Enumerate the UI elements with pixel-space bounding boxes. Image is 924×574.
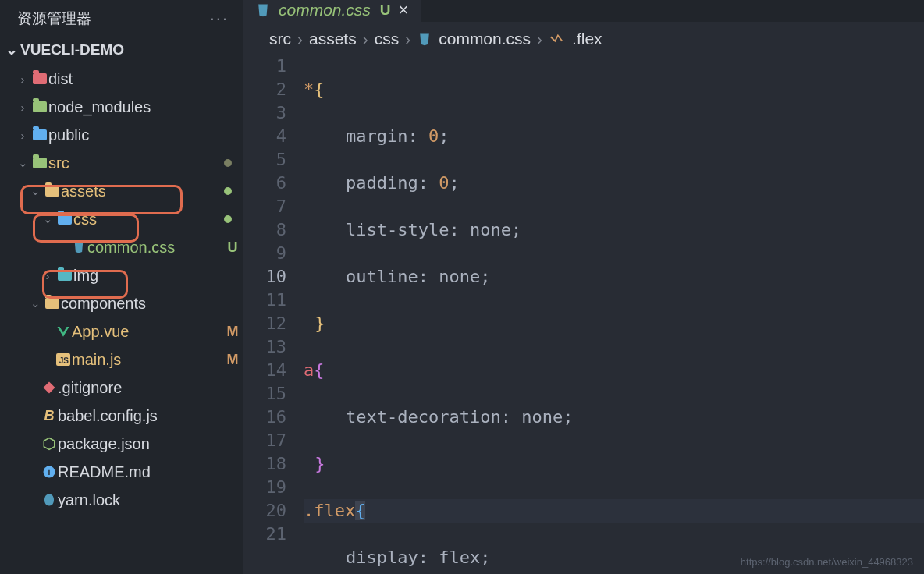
tree-item-components[interactable]: ⌄ components (0, 289, 243, 317)
breadcrumb-item[interactable]: css (375, 30, 400, 48)
folder-icon (31, 158, 48, 168)
chevron-right-icon: › (14, 129, 31, 142)
chevron-right-icon: › (39, 269, 56, 282)
tree-item-yarn-lock[interactable]: yarn.lock (0, 486, 243, 514)
file-tree: › dist › node_modules › public ⌄ src ⌄ a… (0, 63, 243, 574)
tree-item-src[interactable]: ⌄ src (0, 149, 243, 177)
breadcrumb-item[interactable]: assets (309, 30, 357, 48)
tree-item-common-css[interactable]: common.css U (0, 233, 243, 261)
breadcrumbs[interactable]: src › assets › css › common.css › .flex (243, 22, 924, 53)
breadcrumb-item[interactable]: .flex (572, 30, 602, 48)
tab-common-css[interactable]: common.css U × (243, 0, 421, 22)
folder-icon (44, 186, 61, 197)
tab-git-status: U (380, 2, 391, 19)
css-file-icon (255, 2, 271, 18)
git-dot-icon (224, 187, 232, 195)
tree-item-public[interactable]: › public (0, 121, 243, 149)
chevron-down-icon: ⌄ (39, 212, 56, 226)
tree-item-img[interactable]: › img (0, 261, 243, 289)
yarn-file-icon (41, 493, 58, 507)
tree-item-package-json[interactable]: package.json (0, 430, 243, 458)
chevron-right-icon: › (297, 30, 303, 48)
chevron-right-icon: › (405, 30, 410, 48)
svg-text:i: i (48, 467, 51, 477)
chevron-right-icon: › (537, 30, 542, 48)
project-name: VUECLI-DEMO (20, 41, 124, 58)
tree-item-readme[interactable]: i README.md (0, 458, 243, 486)
close-icon[interactable]: × (399, 0, 409, 20)
chevron-down-icon: ⌄ (14, 156, 31, 170)
tab-bar: common.css U × (243, 0, 924, 22)
chevron-right-icon: › (363, 30, 368, 48)
tree-item-babel-config[interactable]: B babel.config.js (0, 402, 243, 430)
breadcrumb-item[interactable]: src (269, 30, 291, 48)
git-status-modified: M (222, 324, 243, 340)
explorer-more-icon[interactable]: ··· (210, 9, 229, 29)
folder-icon (56, 270, 73, 281)
babel-file-icon: B (41, 408, 58, 424)
tree-item-css[interactable]: ⌄ css (0, 205, 243, 233)
explorer-title: 资源管理器 (17, 9, 91, 29)
tree-item-dist[interactable]: › dist (0, 65, 243, 93)
folder-icon (31, 129, 48, 140)
css-file-icon (70, 240, 87, 254)
symbol-icon (549, 32, 566, 46)
git-file-icon (41, 381, 58, 395)
tab-label: common.css (279, 1, 371, 19)
chevron-down-icon: ⌄ (27, 296, 44, 310)
nodejs-file-icon (41, 437, 58, 451)
chevron-down-icon: ⌄ (27, 184, 44, 198)
tree-item-main-js[interactable]: JS main.js M (0, 345, 243, 374)
chevron-down-icon: ⌄ (3, 41, 20, 58)
tree-item-node-modules[interactable]: › node_modules (0, 93, 243, 121)
breadcrumb-item[interactable]: common.css (439, 30, 531, 48)
git-dot-icon (224, 215, 232, 223)
vue-file-icon (55, 325, 72, 338)
git-dot-icon (224, 159, 232, 167)
folder-icon (44, 298, 61, 309)
js-file-icon: JS (55, 353, 72, 366)
info-file-icon: i (41, 465, 58, 479)
folder-icon (31, 73, 48, 84)
line-numbers: 123456 789101112 131415161718 192021 (243, 55, 304, 574)
folder-icon (56, 214, 73, 225)
watermark: https://blog.csdn.net/weixin_44968323 (741, 556, 913, 568)
folder-icon (31, 101, 48, 112)
code-editor[interactable]: 123456 789101112 131415161718 192021 *{ … (243, 53, 924, 574)
git-status-modified: M (222, 352, 243, 368)
chevron-right-icon: › (14, 73, 31, 86)
project-header[interactable]: ⌄ VUECLI-DEMO (0, 37, 243, 63)
git-status-untracked: U (222, 239, 243, 256)
tree-item-app-vue[interactable]: App.vue M (0, 317, 243, 345)
css-file-icon (417, 31, 432, 47)
tree-item-assets[interactable]: ⌄ assets (0, 177, 243, 205)
code-content[interactable]: *{ margin: 0; padding: 0; list-style: no… (304, 55, 924, 574)
chevron-right-icon: › (14, 101, 31, 114)
tree-item-gitignore[interactable]: .gitignore (0, 374, 243, 402)
